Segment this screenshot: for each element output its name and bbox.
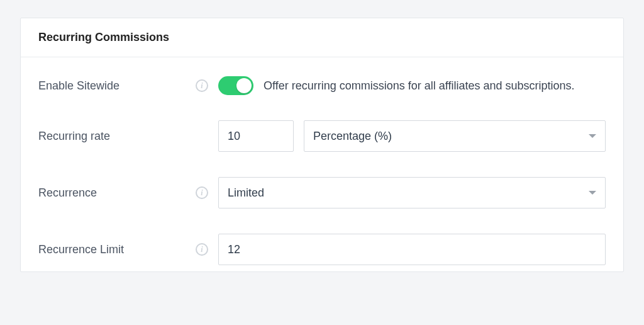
chevron-down-icon bbox=[589, 134, 596, 138]
panel-body: Enable Sitewide i Offer recurring commis… bbox=[21, 57, 623, 271]
recurring-rate-type-select[interactable]: Percentage (%) bbox=[304, 120, 606, 152]
label-recurrence-limit: Recurrence Limit bbox=[38, 243, 196, 256]
enable-sitewide-description: Offer recurring commissions for all affi… bbox=[264, 79, 575, 93]
row-recurring-rate: Recurring rate Percentage (%) bbox=[38, 120, 606, 152]
recurring-rate-type-value: Percentage (%) bbox=[313, 130, 392, 143]
row-recurrence-limit: Recurrence Limit i bbox=[38, 234, 606, 265]
label-enable-sitewide: Enable Sitewide bbox=[38, 79, 196, 93]
row-enable-sitewide: Enable Sitewide i Offer recurring commis… bbox=[38, 76, 606, 95]
toggle-knob bbox=[236, 78, 252, 93]
recurrence-limit-input[interactable] bbox=[218, 234, 606, 265]
panel-header: Recurring Commissions bbox=[21, 18, 623, 57]
recurrence-select[interactable]: Limited bbox=[218, 177, 606, 208]
enable-sitewide-toggle[interactable] bbox=[218, 76, 253, 95]
recurrence-value: Limited bbox=[228, 186, 264, 200]
row-recurrence: Recurrence i Limited bbox=[38, 177, 606, 208]
recurring-rate-input[interactable] bbox=[218, 120, 294, 152]
label-recurrence: Recurrence bbox=[38, 186, 196, 200]
panel-title: Recurring Commissions bbox=[38, 31, 606, 44]
info-icon[interactable]: i bbox=[196, 79, 208, 92]
chevron-down-icon bbox=[589, 191, 596, 195]
label-recurring-rate: Recurring rate bbox=[38, 130, 196, 143]
recurring-commissions-panel: Recurring Commissions Enable Sitewide i … bbox=[20, 18, 624, 272]
info-icon[interactable]: i bbox=[196, 243, 208, 256]
info-icon[interactable]: i bbox=[196, 186, 208, 199]
